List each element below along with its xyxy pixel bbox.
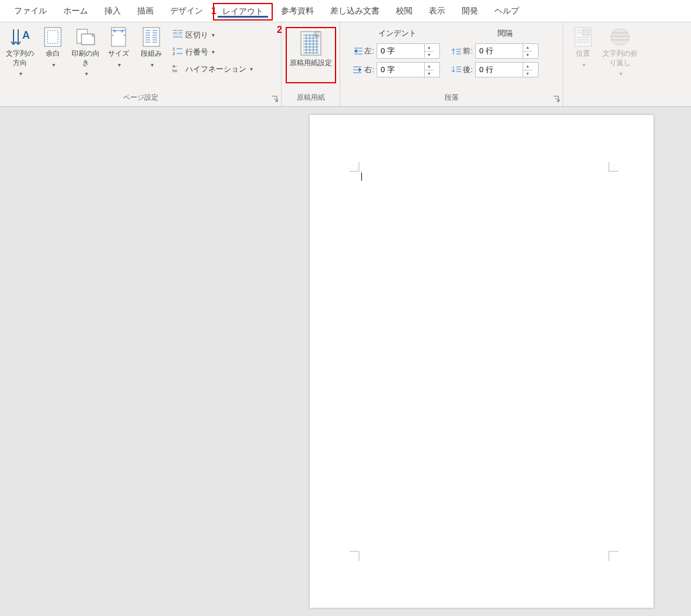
line-numbers-label: 行番号: [185, 47, 208, 57]
indent-header: インデント: [348, 28, 448, 39]
position-label: 位置: [576, 49, 590, 59]
position-icon: [573, 27, 593, 47]
chevron-down-icon: ▾: [19, 70, 22, 77]
text-direction-label: 文字列の方向: [5, 49, 35, 67]
size-button[interactable]: サイズ ▾: [102, 25, 135, 69]
text-direction-button[interactable]: A 文字列の方向 ▾: [4, 25, 36, 77]
group-label-paragraph: 段落: [344, 90, 559, 106]
spacing-before-input[interactable]: ▲▼: [475, 43, 538, 59]
tab-mailings[interactable]: 差し込み文書: [322, 0, 388, 22]
margin-corner-icon: [604, 547, 618, 561]
spinner-down-icon[interactable]: ▼: [425, 70, 433, 77]
chevron-down-icon: ▾: [85, 70, 88, 77]
margin-corner-icon: [604, 162, 618, 176]
indent-right-icon: [353, 66, 363, 74]
margins-icon: [43, 27, 63, 47]
chevron-down-icon: ▾: [212, 49, 215, 55]
columns-label: 段組み: [141, 49, 162, 59]
chevron-down-icon: ▾: [250, 66, 253, 72]
hyphenation-button[interactable]: a-bc ハイフネーション ▾: [170, 62, 255, 76]
group-page-setup: A 文字列の方向 ▾ 余白 ▾ 印刷の向き ▾: [0, 22, 282, 106]
group-label-page-setup: ページ設定: [4, 90, 277, 106]
tab-insert[interactable]: 挿入: [96, 0, 129, 22]
tab-developer[interactable]: 開発: [453, 0, 486, 22]
tab-help[interactable]: ヘルプ: [486, 0, 527, 22]
margin-corner-icon: [350, 547, 364, 561]
tab-review[interactable]: 校閲: [388, 0, 421, 22]
spacing-after-field[interactable]: [476, 66, 523, 75]
wrap-text-icon: [610, 27, 630, 47]
breaks-label: 区切り: [185, 30, 208, 40]
orientation-label: 印刷の向き: [70, 49, 101, 67]
spacing-before-field[interactable]: [476, 47, 523, 56]
indent-left-icon: [353, 47, 363, 55]
wrap-text-button: 文字列の折り返し ▾: [599, 25, 641, 77]
spinner-up-icon[interactable]: ▲: [425, 63, 433, 70]
dialog-launcher-icon[interactable]: [272, 96, 279, 103]
svg-text:bc: bc: [172, 68, 177, 73]
columns-icon: [141, 27, 161, 47]
spacing-after-label: 後:: [442, 65, 473, 75]
indent-left-field[interactable]: [377, 47, 424, 56]
margins-button[interactable]: 余白 ▾: [36, 25, 69, 69]
tab-references[interactable]: 参考資料: [273, 0, 322, 22]
tab-design[interactable]: デザイン: [162, 0, 211, 22]
indent-right-input[interactable]: ▲▼: [377, 62, 440, 77]
breaks-button[interactable]: 区切り ▾: [170, 28, 255, 42]
spacing-after-input[interactable]: ▲▼: [475, 62, 538, 77]
line-numbers-button[interactable]: 12 行番号 ▾: [170, 45, 255, 59]
orientation-icon: [76, 27, 96, 47]
text-direction-icon: A: [10, 27, 30, 47]
group-genkou: 2 原稿用紙設定 原稿用紙: [282, 22, 340, 106]
text-cursor: [361, 172, 362, 181]
tab-layout[interactable]: レイアウト: [213, 3, 273, 21]
spinner-up-icon[interactable]: ▲: [523, 44, 532, 52]
wrap-text-label: 文字列の折り返し: [601, 49, 639, 67]
genkou-label: 原稿用紙設定: [290, 59, 332, 68]
size-label: サイズ: [108, 49, 129, 59]
indent-left-label: 左:: [344, 46, 374, 56]
spinner-up-icon[interactable]: ▲: [425, 44, 433, 52]
genkou-settings-button[interactable]: 原稿用紙設定: [286, 27, 336, 83]
chevron-down-icon: ▾: [151, 61, 154, 69]
line-numbers-icon: 12: [172, 46, 183, 57]
tab-draw[interactable]: 描画: [129, 0, 162, 22]
tab-home[interactable]: ホーム: [55, 0, 96, 22]
columns-button[interactable]: 段組み ▾: [135, 25, 168, 69]
chevron-down-icon: ▾: [212, 32, 215, 38]
group-label-arrange: [567, 100, 687, 106]
indent-left-input[interactable]: ▲▼: [377, 43, 440, 59]
indent-right-field[interactable]: [377, 66, 424, 75]
svg-rect-38: [582, 29, 590, 35]
group-label-genkou: 原稿用紙: [285, 90, 336, 106]
ribbon: A 文字列の方向 ▾ 余白 ▾ 印刷の向き ▾: [0, 22, 691, 107]
tab-view[interactable]: 表示: [421, 0, 453, 22]
group-arrange: 位置 ▾ 文字列の折り返し ▾: [563, 22, 691, 106]
genkou-icon: [299, 31, 323, 56]
orientation-button[interactable]: 印刷の向き ▾: [69, 25, 102, 77]
hyphenation-label: ハイフネーション: [185, 64, 246, 75]
spinner-up-icon[interactable]: ▲: [523, 63, 532, 70]
dialog-launcher-icon[interactable]: [553, 96, 560, 103]
annotation-2: 2: [277, 25, 282, 35]
chevron-down-icon: ▾: [582, 61, 585, 69]
spinner-down-icon[interactable]: ▼: [523, 70, 532, 77]
chevron-down-icon: ▾: [619, 70, 622, 77]
spinner-down-icon[interactable]: ▼: [425, 52, 433, 59]
size-icon: [109, 27, 128, 47]
document-page[interactable]: [310, 115, 653, 608]
spacing-before-icon: [451, 47, 462, 55]
spacing-after-icon: [451, 66, 462, 74]
margins-label: 余白: [46, 49, 60, 59]
document-canvas[interactable]: [0, 107, 691, 616]
spinner-down-icon[interactable]: ▼: [523, 52, 532, 59]
ribbon-tab-bar: ファイル ホーム 挿入 描画 デザイン 1 レイアウト 参考資料 差し込み文書 …: [0, 0, 691, 22]
chevron-down-icon: ▾: [52, 61, 55, 69]
tab-file[interactable]: ファイル: [6, 0, 55, 22]
svg-text:2: 2: [172, 51, 175, 56]
indent-right-label: 右:: [344, 65, 374, 75]
hyphenation-icon: a-bc: [172, 63, 183, 75]
chevron-down-icon: ▾: [118, 61, 121, 69]
position-button: 位置 ▾: [567, 25, 599, 69]
spacing-header: 間隔: [455, 28, 555, 39]
